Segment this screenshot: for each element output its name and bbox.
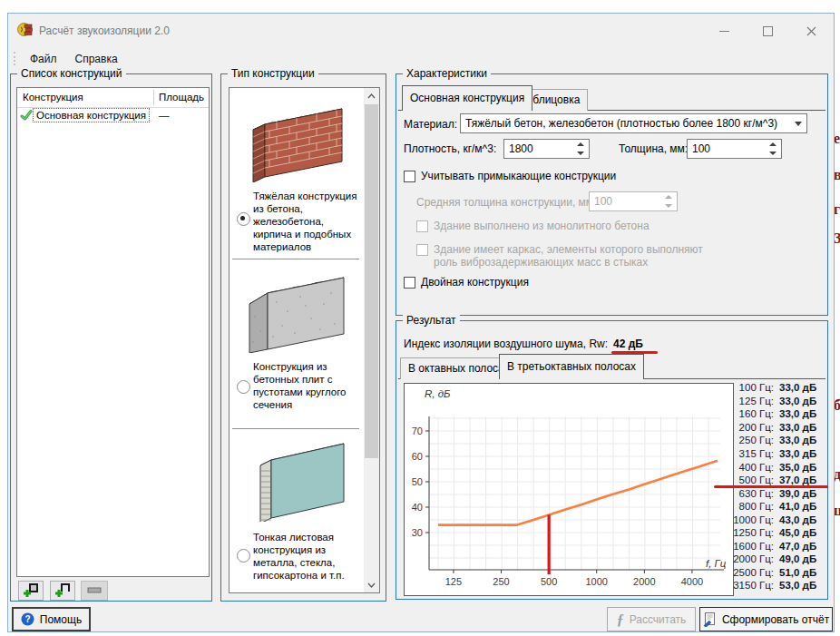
frequency-value: 35,0 дБ xyxy=(779,462,816,473)
help-label: Помощь xyxy=(40,613,82,626)
double-construction-checkbox[interactable]: Двойная конструкция xyxy=(404,276,529,289)
close-icon xyxy=(806,26,816,36)
frequency-label: 1600 Гц: xyxy=(728,541,774,552)
frequency-value: 33,0 дБ xyxy=(779,448,816,459)
svg-text:f, Гц: f, Гц xyxy=(706,558,727,569)
thin-sheet-image xyxy=(240,435,355,522)
tab-main-construction[interactable]: Основная конструкция xyxy=(402,85,532,111)
construction-type-group: Тип конструкции xyxy=(220,73,386,602)
frequency-label: 630 Гц: xyxy=(728,488,774,499)
svg-text:4000: 4000 xyxy=(681,576,703,587)
frequency-label: 2000 Гц: xyxy=(728,553,774,564)
maximize-button[interactable] xyxy=(752,19,783,43)
table-row[interactable]: Основная конструкция — xyxy=(17,109,209,124)
checkbox-icon[interactable] xyxy=(404,277,415,289)
help-button[interactable]: ? Помощь xyxy=(12,607,91,631)
column-area: Площадь xyxy=(159,92,204,103)
type-scrollbar[interactable] xyxy=(364,88,379,592)
frequency-label: 2500 Гц: xyxy=(728,567,774,578)
radio-heavy-construction[interactable] xyxy=(237,212,250,226)
density-stepper[interactable]: 1800 xyxy=(503,139,590,159)
density-label: Плотность, кг/м^3: xyxy=(404,142,496,155)
tab-third-octave-bands[interactable]: В третьоктавных полосах xyxy=(499,354,644,379)
chevron-up-icon xyxy=(367,93,376,99)
result-legend: Результат xyxy=(403,314,460,327)
construction-listbox[interactable]: Конструкция Площадь Основная конструкция… xyxy=(16,87,210,577)
material-value: Тяжёлый бетон, железобетон (плотностью б… xyxy=(465,117,777,130)
avg-thickness-stepper: 100 xyxy=(589,191,678,211)
menu-bar: Файл Справка xyxy=(8,48,834,69)
frequency-label: 500 Гц: xyxy=(728,475,774,485)
chevron-down-icon xyxy=(367,582,376,588)
adjacent-label: Учитывать примыкающие конструкции xyxy=(421,170,616,182)
radio-thin-sheet-construction[interactable] xyxy=(237,549,250,563)
svg-text:50: 50 xyxy=(412,476,423,487)
add-lining-icon xyxy=(54,582,71,599)
menu-grip-handle[interactable] xyxy=(14,52,15,65)
frequency-label: 200 Гц: xyxy=(728,422,774,433)
avg-thickness-value: 100 xyxy=(594,195,612,208)
thickness-stepper[interactable]: 100 xyxy=(687,139,782,159)
frequency-row: 1000 Гц:43,0 дБ xyxy=(728,513,830,526)
svg-text:?: ? xyxy=(24,614,30,624)
frequency-label: 3150 Гц: xyxy=(728,580,774,591)
double-label: Двойная конструкция xyxy=(421,276,529,289)
close-button[interactable] xyxy=(796,19,826,43)
frequency-value: 47,0 дБ xyxy=(779,541,816,552)
menu-file[interactable]: Файл xyxy=(21,50,66,68)
remove-construction-button[interactable] xyxy=(81,581,108,601)
checkbox-icon[interactable] xyxy=(404,171,415,182)
scroll-thumb[interactable] xyxy=(365,104,378,458)
adjacent-constructions-checkbox[interactable]: Учитывать примыкающие конструкции xyxy=(404,170,616,182)
type-option-label[interactable]: Тонкая листовая конструкция из металла, … xyxy=(253,531,360,582)
title-bar[interactable]: Расчёт звукоизоляции 2.0 xyxy=(8,14,834,48)
add-construction-button[interactable] xyxy=(18,581,44,601)
clipped-text-fragment: б xyxy=(834,397,840,414)
svg-text:125: 125 xyxy=(445,576,462,587)
add-lining-button[interactable] xyxy=(50,581,75,601)
avg-thickness-label: Средняя толщина конструкции, мм: xyxy=(416,196,596,209)
material-label: Материал: xyxy=(404,118,457,131)
svg-text:2000: 2000 xyxy=(633,576,655,587)
type-option-label[interactable]: Тяжёлая конструкция из бетона, железобет… xyxy=(253,190,360,253)
menu-help[interactable]: Справка xyxy=(66,50,127,68)
type-options: Тяжёлая конструкция из бетона, железобет… xyxy=(230,88,364,592)
characteristics-group: Характеристики Основная конструкция Обли… xyxy=(396,73,828,316)
report-button[interactable]: Сформировать отчёт xyxy=(699,607,833,631)
window-title: Расчёт звукоизоляции 2.0 xyxy=(39,24,170,37)
frequency-row: 1600 Гц:47,0 дБ xyxy=(728,540,830,553)
frequency-row: 800 Гц:41,0 дБ xyxy=(728,500,830,514)
frequency-row: 3150 Гц:53,0 дБ xyxy=(728,579,830,592)
construction-name[interactable]: Основная конструкция xyxy=(34,109,149,122)
density-value: 1800 xyxy=(509,142,533,155)
scroll-down-button[interactable] xyxy=(364,577,379,592)
clipped-text-fragment: г xyxy=(834,201,840,218)
spinner-arrows-icon[interactable] xyxy=(577,142,585,155)
hollow-concrete-slab-image xyxy=(240,266,355,353)
type-option-label[interactable]: Конструкция из бетонных плит с пустотами… xyxy=(253,360,360,411)
scroll-up-button[interactable] xyxy=(364,88,379,103)
column-divider xyxy=(153,90,154,105)
maximize-icon xyxy=(763,26,773,36)
svg-text:R, дБ: R, дБ xyxy=(425,388,451,399)
svg-text:250: 250 xyxy=(493,576,509,587)
radio-hollow-slab-construction[interactable] xyxy=(237,380,250,394)
minimize-button[interactable] xyxy=(708,19,739,43)
frequency-value: 43,0 дБ xyxy=(779,514,816,525)
characteristics-legend: Характеристики xyxy=(403,67,491,80)
frequency-row: 1250 Гц:45,0 дБ xyxy=(728,526,830,540)
frequency-row: 400 Гц:35,0 дБ xyxy=(728,460,830,474)
construction-list-group: Список конструкций Конструкция Площадь О… xyxy=(10,73,212,602)
frequency-value: 51,0 дБ xyxy=(779,567,816,578)
minimize-icon xyxy=(719,31,729,32)
checkbox-icon xyxy=(416,220,428,232)
material-select[interactable]: Тяжёлый бетон, железобетон (плотностью б… xyxy=(460,113,807,133)
list-header: Конструкция Площадь xyxy=(17,88,209,108)
frequency-row: 160 Гц:33,0 дБ xyxy=(728,407,830,421)
frequency-row: 630 Гц:39,0 дБ xyxy=(728,486,830,500)
green-check-icon xyxy=(20,109,33,122)
frequency-value: 39,0 дБ xyxy=(779,488,816,499)
report-document-icon xyxy=(703,612,717,627)
frequency-value: 33,0 дБ xyxy=(779,422,816,433)
spinner-arrows-icon[interactable] xyxy=(769,142,777,155)
